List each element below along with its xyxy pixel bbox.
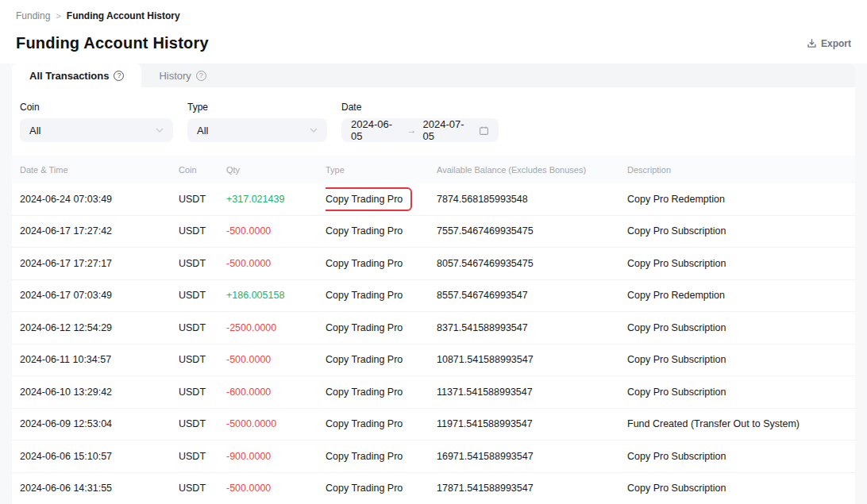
column-header-coin: Coin xyxy=(179,165,226,175)
tab-all-transactions-label: All Transactions xyxy=(29,70,109,82)
cell-coin: USDT xyxy=(179,387,226,398)
coin-select[interactable]: All xyxy=(20,118,173,142)
export-label: Export xyxy=(821,38,851,49)
cell-coin: USDT xyxy=(179,451,226,462)
cell-type: Copy Trading Pro xyxy=(326,290,437,301)
cell-description: Copy Pro Subscription xyxy=(627,387,855,398)
cell-balance: 11371.541588993547 xyxy=(437,387,627,398)
cell-type: Copy Trading Pro xyxy=(326,225,437,237)
cell-qty: -2500.0000 xyxy=(226,322,326,333)
cell-description: Copy Pro Redemption xyxy=(627,194,855,205)
cell-qty: +186.005158 xyxy=(226,290,326,301)
table-row: 2024-06-12 12:54:29USDT-2500.0000Copy Tr… xyxy=(12,312,855,344)
cell-type: Copy Trading Pro xyxy=(326,451,437,462)
export-button[interactable]: Export xyxy=(807,38,851,49)
cell-datetime: 2024-06-10 13:29:42 xyxy=(20,387,179,398)
type-filter: Type All xyxy=(187,102,327,142)
cell-type: Copy Trading Pro xyxy=(326,322,437,333)
cell-coin: USDT xyxy=(179,225,226,237)
calendar-icon[interactable] xyxy=(479,125,489,136)
cell-coin: USDT xyxy=(179,194,226,205)
cell-coin: USDT xyxy=(179,483,226,494)
page-header: Funding > Funding Account History Fundin… xyxy=(0,0,867,63)
cell-description: Copy Pro Redemption xyxy=(627,290,855,301)
breadcrumb: Funding > Funding Account History xyxy=(16,10,851,21)
cell-datetime: 2024-06-24 07:03:49 xyxy=(20,194,179,205)
cell-type: Copy Trading Pro xyxy=(326,387,437,398)
table-row: 2024-06-17 17:27:17USDT-500.0000Copy Tra… xyxy=(12,248,855,280)
date-filter-label: Date xyxy=(341,102,499,113)
help-icon[interactable]: ? xyxy=(196,71,206,81)
cell-balance: 8557.546746993547 xyxy=(437,290,627,301)
table-body: 2024-06-24 07:03:49USDT+317.021439Copy T… xyxy=(12,183,855,504)
type-filter-label: Type xyxy=(187,102,327,113)
cell-qty: -500.0000 xyxy=(226,483,326,494)
cell-balance: 7557.5467469935475 xyxy=(437,225,627,237)
chevron-down-icon xyxy=(310,128,318,133)
cell-coin: USDT xyxy=(179,322,226,333)
tab-all-transactions[interactable]: All Transactions ? xyxy=(12,63,141,87)
cell-balance: 8057.5467469935475 xyxy=(437,258,627,269)
help-icon[interactable]: ? xyxy=(114,71,124,81)
cell-datetime: 2024-06-12 12:54:29 xyxy=(20,322,179,333)
cell-type: Copy Trading Pro xyxy=(326,258,437,269)
date-filter: Date 2024-06-05 → 2024-07-05 xyxy=(341,102,499,142)
export-icon xyxy=(807,38,817,48)
type-select-value: All xyxy=(197,125,208,137)
cell-qty: -900.0000 xyxy=(226,451,326,462)
cell-description: Fund Created (Transfer Out to System) xyxy=(627,418,855,429)
cell-balance: 16971.541588993547 xyxy=(437,451,627,462)
transactions-table: Date & Time Coin Qty Type Available Bala… xyxy=(12,156,855,504)
date-range-arrow-icon: → xyxy=(407,125,417,136)
column-header-balance: Available Balance (Excludes Bonuses) xyxy=(437,165,627,175)
tab-history-label: History xyxy=(159,70,191,82)
date-range-picker[interactable]: 2024-06-05 → 2024-07-05 xyxy=(341,118,499,142)
coin-filter: Coin All xyxy=(20,102,173,142)
cell-qty: -500.0000 xyxy=(226,225,326,237)
content-card: All Transactions ? History ? Coin All Ty… xyxy=(12,63,855,502)
cell-balance: 10871.541588993547 xyxy=(437,354,627,365)
column-header-type: Type xyxy=(326,165,437,175)
cell-balance: 7874.568185993548 xyxy=(437,194,627,205)
cell-description: Copy Pro Subscription xyxy=(627,322,855,333)
cell-datetime: 2024-06-17 17:27:17 xyxy=(20,258,179,269)
highlight-box: Copy Trading Pro xyxy=(326,187,412,211)
cell-coin: USDT xyxy=(179,258,226,269)
breadcrumb-separator-icon: > xyxy=(56,11,60,21)
cell-description: Copy Pro Subscription xyxy=(627,354,855,365)
cell-coin: USDT xyxy=(179,354,226,365)
breadcrumb-current: Funding Account History xyxy=(67,10,180,21)
date-end-value[interactable]: 2024-07-05 xyxy=(423,118,473,142)
type-select[interactable]: All xyxy=(187,118,327,142)
cell-coin: USDT xyxy=(179,290,226,301)
cell-qty: -600.0000 xyxy=(226,387,326,398)
cell-datetime: 2024-06-06 14:31:55 xyxy=(20,483,179,494)
table-row: 2024-06-06 14:31:55USDT-500.0000Copy Tra… xyxy=(12,473,855,504)
tab-history[interactable]: History ? xyxy=(141,63,223,87)
table-header-row: Date & Time Coin Qty Type Available Bala… xyxy=(12,156,855,183)
cell-coin: USDT xyxy=(179,418,226,429)
cell-balance: 8371.541588993547 xyxy=(437,322,627,333)
cell-type: Copy Trading Pro xyxy=(326,187,437,211)
table-row: 2024-06-17 17:27:42USDT-500.0000Copy Tra… xyxy=(12,216,855,248)
cell-description: Copy Pro Subscription xyxy=(627,451,855,462)
filter-bar: Coin All Type All Date 2024-06-05 → xyxy=(12,87,855,156)
cell-datetime: 2024-06-11 10:34:57 xyxy=(20,354,179,365)
breadcrumb-funding-link[interactable]: Funding xyxy=(16,10,50,21)
table-row: 2024-06-09 12:53:04USDT-5000.0000Copy Tr… xyxy=(12,409,855,441)
date-start-value[interactable]: 2024-06-05 xyxy=(351,118,401,142)
cell-datetime: 2024-06-17 17:27:42 xyxy=(20,225,179,237)
column-header-description: Description xyxy=(627,165,855,175)
cell-type: Copy Trading Pro xyxy=(326,418,437,429)
column-header-qty: Qty xyxy=(226,165,326,175)
cell-balance: 11971.541588993547 xyxy=(437,418,627,429)
cell-qty: +317.021439 xyxy=(226,194,326,205)
cell-datetime: 2024-06-09 12:53:04 xyxy=(20,418,179,429)
table-row: 2024-06-10 13:29:42USDT-600.0000Copy Tra… xyxy=(12,376,855,409)
coin-filter-label: Coin xyxy=(20,102,173,113)
table-row: 2024-06-06 15:10:57USDT-900.0000Copy Tra… xyxy=(12,441,855,473)
column-header-datetime: Date & Time xyxy=(20,165,179,175)
coin-select-value: All xyxy=(29,125,40,137)
cell-balance: 17871.541588993547 xyxy=(437,483,627,494)
cell-type: Copy Trading Pro xyxy=(326,483,437,494)
